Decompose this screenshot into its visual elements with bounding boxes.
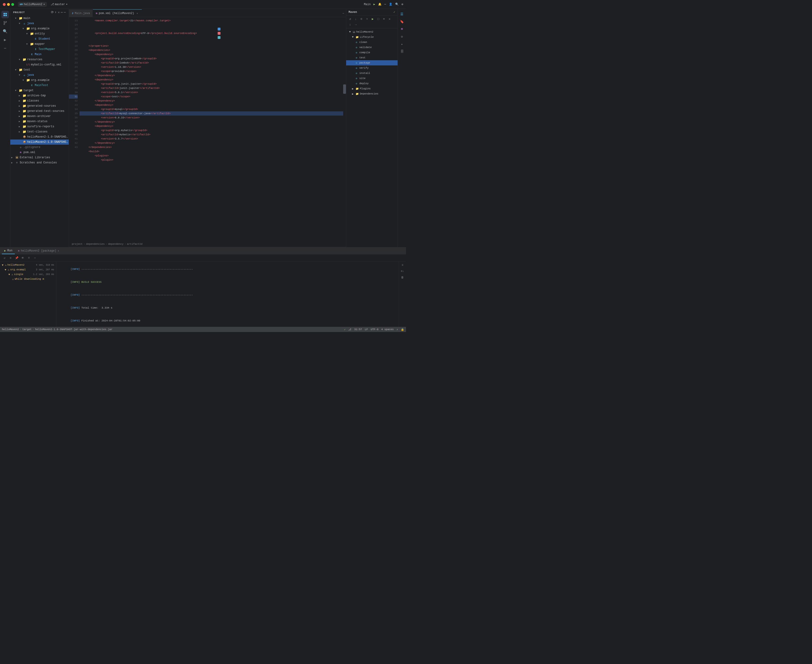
maven-item-dependencies[interactable]: ▶ 📁 Dependencies bbox=[346, 91, 398, 96]
project-dropdown-icon[interactable]: ▾ bbox=[43, 3, 45, 6]
maven-item-verify[interactable]: ⊙ verify bbox=[346, 65, 398, 71]
right-icon-plugins[interactable]: ✦ bbox=[399, 41, 405, 47]
bottom-tab-package[interactable]: m helloMaven2 [package] ✕ bbox=[16, 247, 62, 254]
maven-stop-btn[interactable]: □ bbox=[376, 16, 381, 21]
maven-close-btn[interactable]: ✕ bbox=[387, 16, 392, 21]
bottom-filter-btn[interactable]: ≡ bbox=[26, 256, 31, 260]
run-button[interactable]: ▶ bbox=[373, 3, 375, 6]
sidebar-minimize-icon[interactable]: — bbox=[64, 10, 66, 14]
bottom-settings-btn[interactable]: ⋯ bbox=[33, 256, 38, 260]
tab-pom-close[interactable]: ✕ bbox=[135, 12, 139, 15]
status-power-icon[interactable]: ⚡ bbox=[396, 328, 398, 331]
bottom-stop-btn[interactable]: ⊙ bbox=[8, 256, 13, 260]
tree-item-archive-tmp[interactable]: ▶ 📁 archive-tmp bbox=[10, 93, 69, 98]
more-actions-icon[interactable]: ⋯ bbox=[385, 3, 386, 6]
tree-item-test[interactable]: ▼ 📁 test bbox=[10, 67, 69, 72]
tree-item-maintest[interactable]: C MainTest bbox=[10, 83, 69, 88]
maven-download-btn[interactable]: ↓ bbox=[353, 16, 359, 21]
settings-icon[interactable]: ⚙ bbox=[401, 3, 403, 6]
status-lock-icon[interactable]: 🔒 bbox=[401, 328, 404, 331]
maven-expand-btn[interactable]: ↕ bbox=[347, 22, 353, 27]
maven-arrow-btn[interactable]: → bbox=[353, 22, 359, 27]
breadcrumb-project[interactable]: project bbox=[72, 242, 83, 246]
user-icon[interactable]: 👤 bbox=[389, 3, 392, 6]
bottom-rerun-btn[interactable]: ↺ bbox=[2, 256, 7, 260]
activity-git-icon[interactable] bbox=[2, 19, 9, 27]
maven-refresh-btn[interactable]: ↺ bbox=[347, 16, 353, 21]
maven-list-btn[interactable]: ≡ bbox=[382, 16, 386, 21]
maven-item-clean[interactable]: ⊙ clean bbox=[346, 40, 398, 45]
maven-item-project[interactable]: ▼ 🗂 helloMaven2 bbox=[346, 29, 398, 34]
project-title[interactable]: HM helloMaven2 ▾ bbox=[18, 2, 47, 7]
status-indent[interactable]: 4 spaces bbox=[382, 328, 394, 331]
maven-item-deploy[interactable]: ⊙ deploy bbox=[346, 81, 398, 86]
tree-item-maven-archiver[interactable]: ▶ 📁 maven-archiver bbox=[10, 114, 69, 119]
run-item-single[interactable]: ▼ ⚠ single 1.2 sec, 203 ms bbox=[0, 272, 56, 277]
tree-item-java1[interactable]: ▼ ☕ java bbox=[10, 21, 69, 26]
maven-run-btn[interactable]: ▶ bbox=[370, 16, 375, 21]
right-icon-bookmarks[interactable]: 🔖 bbox=[399, 18, 405, 25]
tree-item-maven-status[interactable]: ▶ 📁 maven-status bbox=[10, 119, 69, 124]
status-bc-project[interactable]: helloMaven2 bbox=[2, 328, 19, 331]
tree-item-generated-sources[interactable]: ▶ 📁 generated-sources bbox=[10, 103, 69, 109]
maven-item-package[interactable]: ⊙ package bbox=[346, 60, 398, 65]
breadcrumb-dependency[interactable]: dependency bbox=[108, 242, 124, 246]
status-encoding[interactable]: UTF-8 bbox=[371, 328, 378, 331]
maven-item-validate[interactable]: ⊙ validate bbox=[346, 45, 398, 50]
activity-search-icon[interactable]: 🔍 bbox=[2, 28, 9, 35]
tree-item-jar1[interactable]: 📦 helloMaven2-1.0-SNAPSHOT.jar bbox=[10, 134, 69, 140]
minimize-button[interactable] bbox=[7, 3, 10, 6]
editor-scrollbar[interactable] bbox=[343, 17, 346, 241]
sidebar-expand-icon[interactable]: ⬆ bbox=[55, 10, 57, 14]
tree-item-student[interactable]: C Student bbox=[10, 36, 69, 41]
tree-item-main[interactable]: ▼ 📁 main bbox=[10, 16, 69, 21]
bottom-filter2-btn[interactable]: ≡↓ bbox=[400, 269, 405, 274]
branch-selector[interactable]: ⎇ master ▾ bbox=[49, 2, 69, 7]
maximize-button[interactable] bbox=[11, 3, 14, 6]
tree-item-mapper[interactable]: ▼ 📁 mapper bbox=[10, 41, 69, 47]
sidebar-sync-icon[interactable]: ⟳ bbox=[51, 10, 54, 14]
maven-target-btn[interactable]: ⊙ bbox=[359, 16, 364, 21]
sidebar-more-icon[interactable]: ⋯ bbox=[61, 10, 63, 14]
breadcrumb-dependencies[interactable]: dependencies bbox=[86, 242, 104, 246]
bottom-trash-btn[interactable]: 🗑 bbox=[400, 275, 405, 280]
tree-item-main-class[interactable]: C Main bbox=[10, 52, 69, 57]
maven-add-btn[interactable]: + bbox=[365, 16, 370, 21]
right-icon-database[interactable]: 🗄 bbox=[399, 48, 405, 55]
right-icon-structure[interactable]: ⊙ bbox=[399, 33, 405, 40]
tab-main-java[interactable]: J Main.java bbox=[69, 10, 93, 17]
tree-item-mybatis[interactable]: ⟨/⟩ mybatis-config.xml bbox=[10, 62, 69, 67]
tree-item-entity[interactable]: ▼ 📁 entity bbox=[10, 31, 69, 36]
tab-pom-xml[interactable]: m pom.xml (helloMaven2) ✕ bbox=[93, 10, 142, 17]
right-icon-maven[interactable]: m bbox=[399, 26, 405, 33]
tree-item-testmapper[interactable]: I TestMapper bbox=[10, 47, 69, 52]
tree-item-org2[interactable]: ▼ 📁 org.example bbox=[10, 78, 69, 83]
status-branch[interactable]: ⎇ bbox=[348, 328, 351, 331]
bottom-list-btn[interactable]: ≡ bbox=[400, 263, 405, 268]
tree-item-org1[interactable]: ▼ 📁 org.example bbox=[10, 26, 69, 31]
sidebar-close-icon[interactable]: ✕ bbox=[58, 10, 60, 14]
status-line-ending[interactable]: LF bbox=[365, 328, 368, 331]
tree-item-jar2[interactable]: 📦 helloMaven2-1.0-SNAPSHOT-jar-with-depe… bbox=[10, 140, 69, 145]
tree-item-surefire-reports[interactable]: ▶ 📁 surefire-reports bbox=[10, 124, 69, 129]
notification-icon[interactable]: 🔔 bbox=[378, 3, 382, 6]
activity-project-icon[interactable] bbox=[2, 11, 9, 18]
tab-more-button[interactable]: ⋯ bbox=[341, 10, 346, 17]
tree-item-test-classes[interactable]: ▶ 📁 test-classes bbox=[10, 129, 69, 134]
tree-item-scratches[interactable]: ▶ ≡ Scratches and Consoles bbox=[10, 160, 69, 165]
right-icon-notifications[interactable]: ☰ bbox=[399, 11, 405, 17]
status-line-col[interactable]: 31:57 bbox=[354, 328, 362, 331]
status-bc-target[interactable]: target bbox=[22, 328, 32, 331]
tree-item-gitignore[interactable]: ⊘ .gitignore bbox=[10, 145, 69, 150]
maven-item-compile[interactable]: ⊙ compile bbox=[346, 50, 398, 55]
tree-item-classes[interactable]: ▶ 📁 classes bbox=[10, 98, 69, 103]
status-git-check[interactable]: ✓ bbox=[344, 328, 346, 331]
tree-item-target[interactable]: ▼ 📁 target bbox=[10, 88, 69, 93]
status-bc-jar[interactable]: helloMaven2-1.0-SNAPSHOT-jar-with-depend… bbox=[35, 328, 113, 331]
activity-more-icon[interactable]: ⋯ bbox=[2, 44, 9, 52]
code-editor[interactable]: <maven.compiler.target>21</maven.compile… bbox=[80, 17, 343, 241]
maven-item-plugins[interactable]: ▶ 📁 Plugins bbox=[346, 86, 398, 91]
maven-item-site[interactable]: ⊙ site bbox=[346, 76, 398, 81]
run-item-hellomaven[interactable]: ▼ ⚠ helloMaven2 4 sec, 319 ms bbox=[0, 263, 56, 267]
run-item-downloading[interactable]: ⚠ While downloading m bbox=[0, 277, 56, 282]
